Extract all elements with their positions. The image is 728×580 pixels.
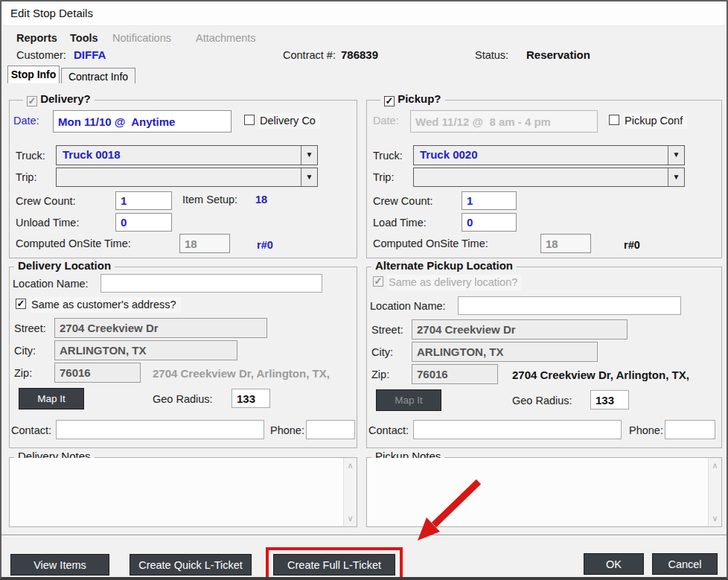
dl-zip-field[interactable] [54,363,141,383]
pickup-onsite-field [540,234,591,253]
pickup-trip-label: Trip: [373,171,394,183]
chevron-down-icon[interactable]: ▼ [668,146,684,165]
load-time-label: Load Time: [373,217,427,229]
pickup-notes-scrollbar[interactable]: ∧ ∨ [708,458,721,526]
dl-street-label: Street: [14,322,46,334]
scroll-up-icon[interactable]: ∧ [344,461,357,471]
chevron-down-icon[interactable]: ▼ [301,146,317,165]
delivery-notes-textarea[interactable] [10,458,357,526]
dl-phone-field[interactable] [306,420,355,439]
dl-location-name-field[interactable] [100,274,322,293]
pl-phone-field[interactable] [665,420,715,439]
delivery-date-field[interactable] [53,110,232,133]
pickup-truck-value: Truck 0020 [420,148,478,161]
delivery-crew-label: Crew Count: [16,195,76,207]
pl-geo-radius-field[interactable] [590,390,629,409]
same-as-customer-label: Same as customer's address? [30,297,181,313]
delivery-truck-value: Truck 0018 [63,148,121,161]
pickup-confirm-checkbox[interactable] [609,115,619,125]
tab-contract-info[interactable]: Contract Info [61,68,135,83]
pl-city-field[interactable] [412,342,598,362]
create-quick-lticket-button[interactable]: Create Quick L-Ticket [130,554,252,576]
load-time-field[interactable] [462,213,517,232]
delivery-run-label: r#0 [257,239,273,251]
same-as-customer-checkbox[interactable]: ✓ [16,299,26,309]
customer-label: Customer: [16,49,66,61]
dl-city-label: City: [14,345,36,357]
delivery-checkbox[interactable]: ✓ [27,96,37,106]
create-full-lticket-button[interactable]: Create Full L-Ticket [273,554,395,576]
unload-time-label: Unload Time: [16,217,79,229]
delivery-location-group: Delivery Location Location Name: ✓ Same … [9,267,357,448]
pickup-checkbox[interactable]: ✓ [384,96,395,106]
pl-geo-radius-label: Geo Radius: [512,395,572,407]
pl-contact-label: Contact: [368,424,409,436]
edit-stop-details-dialog: Edit Stop Details Reports Tools Notifica… [0,0,728,580]
dl-city-field[interactable] [54,340,237,360]
pickup-truck-combo[interactable]: Truck 0020 ▼ [413,145,685,165]
dl-location-name-label: Location Name: [13,278,89,290]
menu-reports[interactable]: Reports [16,32,57,44]
tab-stop-info[interactable]: Stop Info [7,66,60,83]
pl-city-label: City: [371,346,393,358]
pl-contact-field[interactable] [413,420,622,439]
status-label: Status: [475,49,508,61]
pickup-location-group: Alternate Pickup Location ✓ Same as deli… [366,267,722,448]
scroll-up-icon[interactable]: ∧ [709,461,721,471]
pickup-onsite-label: Computed OnSite Time: [373,238,488,249]
pickup-run-label: r#0 [624,239,640,251]
chevron-down-icon[interactable]: ▼ [668,168,684,186]
dl-contact-field[interactable] [56,420,264,439]
pickup-group: ✓ Pickup? Date: Pickup Conf Truck: Truck… [366,100,722,258]
delivery-group: ✓ Delivery? Date: Delivery Co Truck: Tru… [9,100,357,258]
pl-map-it-button: Map It [376,389,441,411]
same-as-delivery-label: Same as delivery location? [387,275,522,290]
pl-location-name-field[interactable] [458,296,681,315]
pickup-trip-combo[interactable]: ▼ [413,168,685,187]
chevron-down-icon[interactable]: ▼ [301,168,317,186]
pickup-confirm-label: Pickup Conf [623,113,687,129]
pickup-truck-label: Truck: [373,150,403,162]
menu-attachments[interactable]: Attachments [196,32,256,44]
title-bar: Edit Stop Details [1,1,727,26]
delivery-location-label: Delivery Location [14,259,115,272]
pl-street-field[interactable] [412,319,628,340]
pickup-group-label: Pickup? [397,92,441,105]
pickup-notes-group: Pickup Notes ∧ ∨ [366,457,722,527]
delivery-date-label: Date: [13,115,39,127]
dl-geo-radius-field[interactable] [232,389,270,408]
menu-tools[interactable]: Tools [70,32,98,44]
dl-map-it-button[interactable]: Map It [19,388,84,409]
delivery-crew-field[interactable] [115,191,172,210]
delivery-onsite-field [179,234,230,253]
pl-zip-field[interactable] [412,364,498,384]
item-setup-label: Item Setup: [182,194,237,205]
pickup-location-label: Alternate Pickup Location [371,259,517,272]
contract-value: 786839 [341,48,378,61]
dl-phone-label: Phone: [270,424,304,436]
pl-street-label: Street: [371,324,403,336]
ok-button[interactable]: OK [584,553,644,575]
dl-geo-radius-label: Geo Radius: [153,393,213,405]
pickup-crew-field[interactable] [462,191,517,210]
scroll-down-icon[interactable]: ∨ [709,514,721,523]
delivery-notes-scrollbar[interactable]: ∧ ∨ [343,458,357,526]
delivery-truck-label: Truck: [16,150,45,162]
delivery-truck-combo[interactable]: Truck 0018 ▼ [56,145,318,165]
pl-location-name-label: Location Name: [370,300,446,312]
view-items-button[interactable]: View Items [10,554,109,576]
dl-street-field[interactable] [54,318,267,338]
pickup-crew-label: Crew Count: [373,195,433,207]
unload-time-field[interactable] [115,213,172,232]
dl-zip-label: Zip: [14,367,32,379]
dl-contact-label: Contact: [11,424,51,436]
footer-separator [1,535,728,536]
scroll-down-icon[interactable]: ∨ [344,514,357,523]
menu-notifications[interactable]: Notifications [112,32,171,44]
pickup-date-field [410,110,598,133]
pickup-notes-textarea[interactable] [367,458,721,526]
pl-zip-label: Zip: [371,369,389,380]
cancel-button[interactable]: Cancel [652,553,718,575]
delivery-confirm-checkbox[interactable] [244,115,255,125]
delivery-trip-combo[interactable]: ▼ [56,168,318,187]
